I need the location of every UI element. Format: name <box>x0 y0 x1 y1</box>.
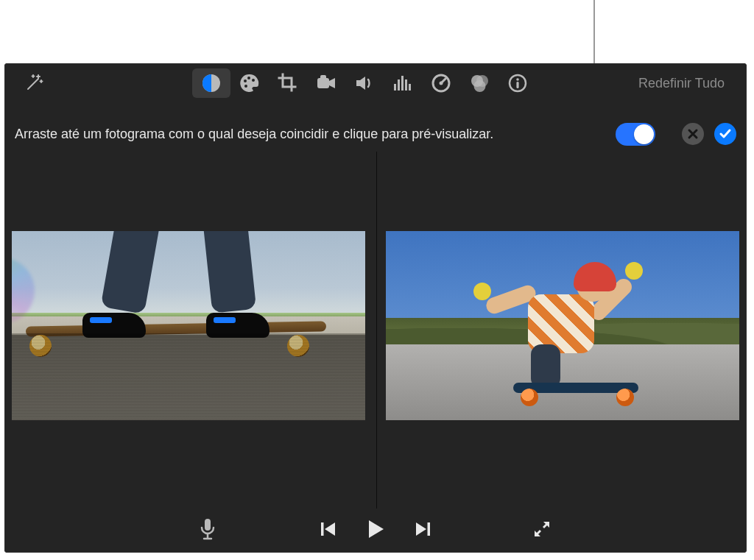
svg-rect-6 <box>320 75 326 79</box>
target-clip-thumbnail <box>386 231 739 420</box>
skip-back-icon <box>319 520 338 539</box>
stabilization-button[interactable] <box>307 68 345 98</box>
color-balance-icon <box>200 72 222 94</box>
svg-rect-10 <box>405 79 407 91</box>
svg-rect-21 <box>321 522 324 536</box>
video-camera-icon <box>315 72 337 94</box>
color-correction-button[interactable] <box>230 68 269 98</box>
crop-icon <box>278 73 298 93</box>
crop-button[interactable] <box>269 68 307 98</box>
svg-rect-11 <box>409 84 411 91</box>
clip-info-button[interactable] <box>498 68 537 98</box>
svg-rect-7 <box>394 84 396 91</box>
svg-rect-5 <box>317 78 329 88</box>
toggle-knob <box>634 124 654 144</box>
magic-wand-icon <box>24 73 44 93</box>
adjustments-toolbar: Redefinir Tudo <box>4 63 747 103</box>
playback-bar <box>4 508 747 553</box>
svg-rect-19 <box>516 82 518 88</box>
svg-point-3 <box>252 79 255 82</box>
reset-all-label: Redefinir Tudo <box>638 76 725 91</box>
preview-area <box>12 231 739 420</box>
svg-point-13 <box>440 82 443 85</box>
source-clip-preview[interactable] <box>12 231 365 420</box>
apply-button[interactable] <box>714 123 736 145</box>
instruction-bar: Arraste até um fotograma com o qual dese… <box>4 116 747 152</box>
overlapping-circles-icon <box>468 72 490 94</box>
close-icon <box>687 128 699 140</box>
svg-point-2 <box>247 77 250 79</box>
clip-filter-button[interactable] <box>460 68 498 98</box>
volume-button[interactable] <box>345 68 384 98</box>
viewer-panel: Redefinir Tudo Arraste até um fotograma … <box>4 63 747 553</box>
svg-point-1 <box>244 79 247 82</box>
svg-rect-9 <box>401 76 404 91</box>
reset-all-button[interactable]: Redefinir Tudo <box>638 63 725 103</box>
match-color-toggle[interactable] <box>616 123 655 146</box>
previous-frame-button[interactable] <box>319 520 338 542</box>
speedometer-icon <box>430 72 452 94</box>
svg-point-16 <box>474 80 486 92</box>
volume-icon <box>353 72 376 94</box>
target-clip-preview[interactable] <box>386 231 739 420</box>
next-frame-button[interactable] <box>413 520 432 542</box>
source-clip-thumbnail <box>12 231 365 420</box>
play-button[interactable] <box>364 518 387 543</box>
equalizer-icon <box>392 72 414 94</box>
noise-reduction-button[interactable] <box>384 68 422 98</box>
palette-icon <box>239 72 261 94</box>
speed-button[interactable] <box>422 68 460 98</box>
instruction-text: Arraste até um fotograma com o qual dese… <box>15 127 616 142</box>
svg-rect-22 <box>428 522 431 536</box>
cancel-button[interactable] <box>682 123 704 145</box>
svg-point-4 <box>244 85 247 88</box>
skip-forward-icon <box>413 520 432 539</box>
info-icon <box>507 72 529 94</box>
svg-rect-8 <box>398 79 400 91</box>
magic-wand-button[interactable] <box>15 68 53 98</box>
play-icon <box>364 518 387 540</box>
fullscreen-button[interactable] <box>532 520 552 542</box>
svg-point-18 <box>516 78 519 81</box>
expand-icon <box>532 520 552 539</box>
check-icon <box>719 127 732 141</box>
color-balance-button[interactable] <box>192 68 230 98</box>
